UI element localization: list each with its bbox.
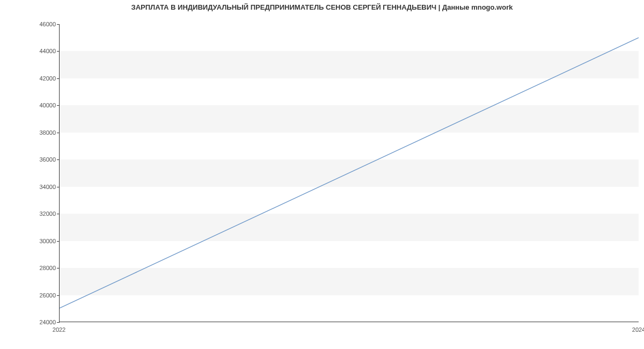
x-tick-label: 2024 — [632, 326, 644, 333]
y-tick-label: 36000 — [13, 156, 56, 163]
y-tick-label: 28000 — [13, 265, 56, 271]
y-tick-label: 26000 — [13, 292, 56, 299]
y-tick-label: 34000 — [13, 184, 56, 190]
y-tick-label: 38000 — [13, 129, 56, 136]
y-tick-label: 46000 — [13, 21, 56, 27]
y-tick-label: 30000 — [13, 238, 56, 244]
y-tick-label: 44000 — [13, 48, 56, 54]
line-series — [60, 24, 639, 322]
y-tick-label: 32000 — [13, 210, 56, 217]
y-tick-label: 42000 — [13, 75, 56, 82]
x-tick-label: 2022 — [53, 326, 65, 333]
plot-area — [59, 24, 639, 322]
y-tick-label: 40000 — [13, 102, 56, 108]
y-tick-mark — [57, 322, 60, 323]
y-tick-label: 24000 — [13, 319, 56, 325]
chart-title: ЗАРПЛАТА В ИНДИВИДУАЛЬНЫЙ ПРЕДПРИНИМАТЕЛ… — [0, 3, 644, 11]
